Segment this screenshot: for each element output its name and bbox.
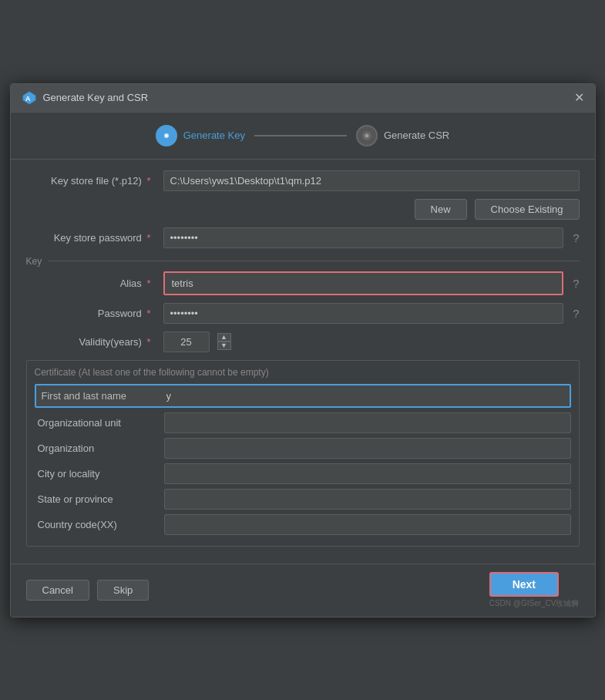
city-row: City or locality bbox=[35, 463, 571, 484]
country-input[interactable] bbox=[164, 514, 571, 535]
key-password-required: * bbox=[146, 308, 150, 319]
step2-icon bbox=[361, 130, 372, 141]
validity-spinner: ▲ ▼ bbox=[217, 333, 231, 350]
alias-highlight-box bbox=[163, 271, 564, 295]
org-label: Organization bbox=[35, 443, 158, 454]
first-last-name-label: First and last name bbox=[37, 390, 160, 402]
footer-left-buttons: Cancel Skip bbox=[26, 580, 150, 601]
org-unit-row: Organizational unit bbox=[35, 412, 571, 433]
generate-key-csr-dialog: A Generate Key and CSR ✕ Generate Key bbox=[10, 83, 596, 618]
step2-circle bbox=[356, 125, 378, 146]
key-store-input[interactable] bbox=[163, 170, 580, 191]
alias-row: Alias * ? bbox=[26, 271, 580, 295]
watermark: CSDN @GISer_CV玫城狮 bbox=[489, 598, 580, 609]
cert-section-title: Certificate (At least one of the followi… bbox=[35, 367, 571, 378]
validity-row: Validity(years) * ▲ ▼ bbox=[26, 331, 580, 352]
key-store-password-input[interactable] bbox=[163, 227, 564, 248]
key-store-password-row: Key store password * ? bbox=[26, 227, 580, 248]
key-store-password-help-icon[interactable]: ? bbox=[573, 231, 579, 244]
close-button[interactable]: ✕ bbox=[574, 92, 584, 104]
key-store-buttons: New Choose Existing bbox=[26, 199, 580, 220]
org-unit-input[interactable] bbox=[164, 412, 571, 433]
svg-point-6 bbox=[365, 133, 368, 137]
validity-label: Validity(years) * bbox=[26, 336, 157, 348]
svg-text:A: A bbox=[25, 95, 31, 103]
alias-help-icon[interactable]: ? bbox=[573, 277, 579, 290]
svg-point-4 bbox=[165, 134, 167, 136]
first-last-name-input[interactable] bbox=[160, 386, 569, 406]
city-input[interactable] bbox=[164, 463, 571, 484]
key-store-password-label: Key store password * bbox=[26, 232, 157, 244]
state-input[interactable] bbox=[164, 489, 571, 510]
first-last-name-row: First and last name bbox=[35, 384, 571, 408]
org-input[interactable] bbox=[164, 438, 571, 459]
cert-section: Certificate (At least one of the followi… bbox=[26, 360, 580, 547]
key-store-row: Key store file (*.p12) * bbox=[26, 170, 580, 191]
alias-label-outer: Alias * bbox=[26, 278, 157, 289]
footer-right: Next CSDN @GISer_CV玫城狮 bbox=[489, 572, 580, 609]
validity-required: * bbox=[146, 336, 150, 348]
org-row: Organization bbox=[35, 438, 571, 459]
skip-button[interactable]: Skip bbox=[97, 580, 149, 601]
org-unit-label: Organizational unit bbox=[35, 417, 158, 429]
key-store-password-required: * bbox=[146, 232, 150, 244]
step-2: Generate CSR bbox=[356, 125, 449, 146]
choose-existing-button[interactable]: Choose Existing bbox=[475, 199, 580, 220]
validity-up-button[interactable]: ▲ bbox=[217, 333, 231, 342]
title-bar: A Generate Key and CSR ✕ bbox=[11, 84, 595, 113]
app-icon: A bbox=[22, 90, 37, 106]
country-label: Country code(XX) bbox=[35, 519, 158, 530]
validity-down-button[interactable]: ▼ bbox=[217, 342, 231, 350]
key-section-label: Key bbox=[26, 256, 580, 267]
form-content: Key store file (*.p12) * New Choose Exis… bbox=[11, 160, 595, 564]
footer: Cancel Skip Next CSDN @GISer_CV玫城狮 bbox=[11, 564, 595, 617]
key-password-help-icon[interactable]: ? bbox=[573, 307, 579, 320]
step1-circle bbox=[156, 125, 177, 146]
stepper: Generate Key Generate CSR bbox=[11, 113, 595, 160]
alias-input[interactable] bbox=[166, 274, 562, 293]
step1-icon bbox=[161, 130, 172, 141]
key-password-input[interactable] bbox=[163, 303, 564, 324]
key-store-label: Key store file (*.p12) * bbox=[26, 175, 157, 187]
key-password-row: Password * ? bbox=[26, 303, 580, 324]
next-button[interactable]: Next bbox=[489, 572, 559, 597]
state-row: State or province bbox=[35, 489, 571, 510]
step1-label: Generate Key bbox=[183, 130, 245, 141]
step-1: Generate Key bbox=[156, 125, 245, 146]
key-store-required: * bbox=[146, 175, 150, 187]
validity-input[interactable] bbox=[163, 331, 210, 352]
country-row: Country code(XX) bbox=[35, 514, 571, 535]
dialog-title: Generate Key and CSR bbox=[43, 92, 149, 103]
new-button[interactable]: New bbox=[415, 199, 467, 220]
city-label: City or locality bbox=[35, 468, 158, 480]
key-password-label: Password * bbox=[26, 308, 157, 319]
step-connector bbox=[254, 135, 347, 136]
step2-label: Generate CSR bbox=[384, 130, 449, 141]
cancel-button[interactable]: Cancel bbox=[26, 580, 89, 601]
alias-required: * bbox=[146, 278, 150, 289]
state-label: State or province bbox=[35, 493, 158, 505]
